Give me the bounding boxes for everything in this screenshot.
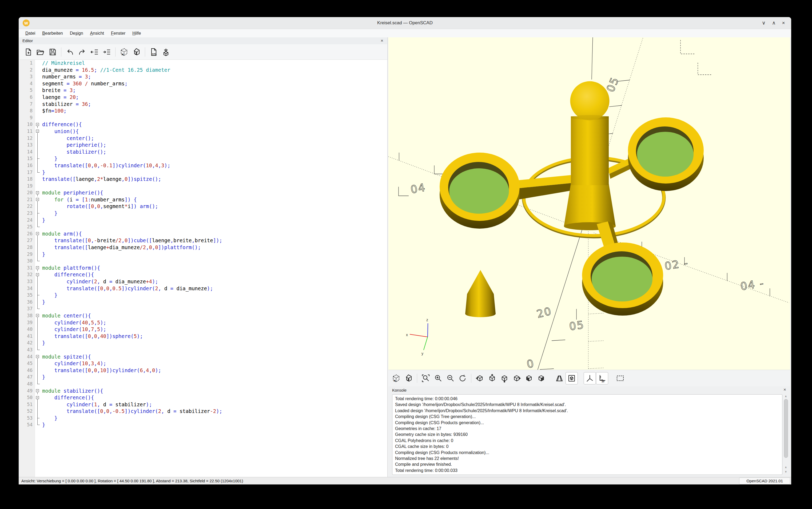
- print-3d-button[interactable]: [160, 46, 172, 58]
- view-orthogonal-button[interactable]: [566, 372, 578, 384]
- code-line: 8$fn=100;: [20, 107, 387, 114]
- code-line: 7stabilizer = 36;: [20, 101, 387, 108]
- fold-toggle-icon[interactable]: [35, 128, 41, 135]
- fold-toggle-icon[interactable]: [35, 196, 41, 203]
- save-button[interactable]: [46, 46, 59, 58]
- code-line: 21 for (i = [1:number_arms]) {: [20, 196, 387, 203]
- fold-guide: [35, 155, 41, 162]
- preview-button[interactable]: »: [390, 372, 402, 384]
- code-line: 28 translate([laenge+dia_muneze/2,0,0])p…: [20, 244, 387, 251]
- show-scale-markers-button[interactable]: 10: [596, 372, 608, 384]
- code-line: 20module peripherie(){: [20, 190, 387, 196]
- minimize-button[interactable]: ∨: [759, 17, 768, 29]
- fold-guide: [35, 67, 41, 74]
- code-line: 35 }: [20, 292, 387, 299]
- render-icon: [404, 374, 413, 382]
- view-left-button[interactable]: [510, 372, 523, 384]
- show-axes-button[interactable]: [584, 372, 596, 384]
- open-icon: [36, 48, 44, 56]
- fold-toggle-icon[interactable]: [35, 231, 41, 237]
- menu-item-hilfe[interactable]: Hilfe: [129, 29, 144, 37]
- right-panel: 040502 -04 -20050: [388, 37, 790, 477]
- scroll-up2-icon[interactable]: ∧: [784, 466, 788, 469]
- fold-toggle-icon[interactable]: [35, 312, 41, 319]
- console-close-icon[interactable]: ×: [782, 386, 787, 393]
- view-bottom-button[interactable]: [498, 372, 510, 384]
- close-button[interactable]: ×: [779, 17, 788, 29]
- fold-guide: [35, 224, 41, 231]
- redo-button[interactable]: [76, 46, 88, 58]
- line-number: 16: [20, 162, 35, 169]
- menu-item-fenster[interactable]: Fenster: [107, 29, 129, 37]
- scroll-up-icon[interactable]: ∧: [784, 395, 788, 398]
- toolbar-separator: [471, 374, 471, 383]
- maximize-button[interactable]: ∧: [769, 17, 778, 29]
- code-line: 23 }: [20, 210, 387, 217]
- view-perspective-button[interactable]: [553, 372, 566, 384]
- editor-toolbar: »STL: [20, 44, 387, 60]
- code-line: 14 stabilizer();: [20, 148, 387, 156]
- console-log[interactable]: Total rendering time: 0:00:00.046Saved d…: [392, 394, 782, 475]
- code-line: 54}: [20, 421, 387, 429]
- open-button[interactable]: [34, 46, 46, 58]
- menu-item-ansicht[interactable]: Ansicht: [87, 29, 107, 37]
- scrollbar-thumb[interactable]: [784, 399, 788, 458]
- view-front-button[interactable]: [523, 372, 535, 384]
- fold-toggle-icon[interactable]: [35, 190, 41, 196]
- 3d-viewport[interactable]: 040502 -04 -20050: [388, 37, 790, 370]
- view-back-button[interactable]: [535, 372, 548, 384]
- scroll-down-icon[interactable]: ∨: [784, 470, 788, 473]
- code-line: 17}: [20, 169, 387, 176]
- console-message: Geometries in cache: 17: [395, 426, 779, 432]
- line-number: 6: [20, 94, 35, 101]
- render-button[interactable]: [130, 46, 142, 58]
- indent-button[interactable]: [101, 46, 113, 58]
- center-column: [564, 81, 616, 231]
- view-perspective-icon: [555, 374, 564, 382]
- menu-item-bearbeiten[interactable]: Bearbeiten: [39, 29, 66, 37]
- code-line: 18translate([laenge,2*laenge,0])spitze()…: [20, 176, 387, 183]
- view-top-button[interactable]: [486, 372, 498, 384]
- axis-scale-number: 04: [410, 181, 427, 196]
- line-number: 36: [20, 299, 35, 306]
- view-top-icon: [488, 374, 496, 382]
- fold-toggle-icon[interactable]: [35, 353, 41, 361]
- line-number: 18: [20, 176, 35, 183]
- line-number: 31: [20, 265, 35, 272]
- zoom-in-button[interactable]: [432, 372, 444, 384]
- fold-toggle-icon[interactable]: [35, 387, 41, 395]
- new-file-button[interactable]: [22, 46, 34, 58]
- code-line: 11 union(){: [20, 128, 387, 135]
- fold-toggle-icon[interactable]: [35, 121, 41, 128]
- svg-text:»: »: [393, 378, 396, 382]
- undo-button[interactable]: [64, 46, 76, 58]
- zoom-out-button[interactable]: [444, 372, 456, 384]
- preview-button[interactable]: »: [118, 46, 130, 58]
- render-button[interactable]: [402, 372, 415, 384]
- code-editor[interactable]: 1// Münzkreisel2dia_muneze = 16.5; //1-C…: [20, 60, 387, 477]
- menu-item-datei[interactable]: Datei: [22, 29, 39, 37]
- console-panel-title: Konsole: [388, 388, 407, 393]
- console-scrollbar[interactable]: ∧ ∧ ∨: [784, 394, 788, 475]
- fold-toggle-icon[interactable]: [35, 265, 41, 272]
- fold-toggle-icon[interactable]: [35, 271, 41, 278]
- view-right-button[interactable]: [474, 372, 486, 384]
- export-stl-button[interactable]: STL: [147, 46, 160, 58]
- code-line: 2dia_muneze = 16.5; //1-Cent 16.25 diame…: [20, 67, 387, 74]
- line-number: 11: [20, 128, 35, 135]
- fold-toggle-icon[interactable]: [35, 394, 41, 401]
- fold-guide: [35, 176, 41, 183]
- code-line: 24}: [20, 217, 387, 224]
- code-line: 13 peripherie();: [20, 142, 387, 148]
- console-message: Saved design '/home/ijon/Dropbox/Schule/…: [395, 402, 779, 408]
- line-number: 7: [20, 101, 35, 108]
- reset-view-button[interactable]: [456, 372, 469, 384]
- view-all-button[interactable]: [614, 372, 626, 384]
- preview-icon: »: [120, 48, 128, 56]
- editor-close-icon[interactable]: ×: [379, 37, 385, 44]
- menu-item-design[interactable]: Design: [66, 29, 87, 37]
- zoom-all-button[interactable]: [420, 372, 432, 384]
- unindent-button[interactable]: [88, 46, 101, 58]
- title-bar[interactable]: W Kreisel.scad — OpenSCAD ∨ ∧ ×: [19, 17, 791, 29]
- code-line: 36}: [20, 299, 387, 306]
